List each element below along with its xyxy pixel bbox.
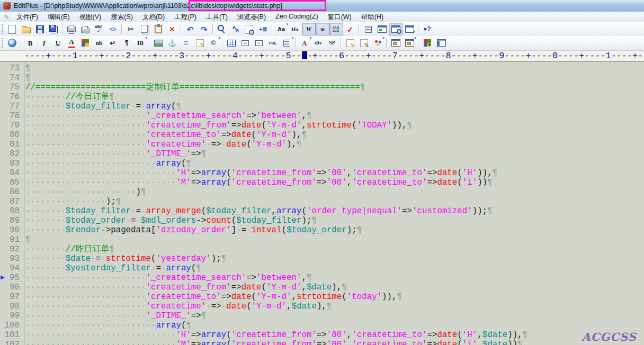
print-preview-icon[interactable] bbox=[65, 23, 78, 35]
textarea-icon[interactable] bbox=[357, 37, 371, 49]
pre-tag-icon[interactable]: PRE bbox=[266, 37, 280, 49]
undo-icon[interactable]: ↶ bbox=[183, 23, 197, 35]
code-line[interactable]: 99························'_DTIME_'=>¶ bbox=[0, 311, 644, 321]
code-line[interactable]: 84······························'H'=>arr… bbox=[0, 168, 644, 178]
goto-line-icon[interactable]: +≣ bbox=[256, 23, 270, 35]
font-tag-icon[interactable]: A bbox=[298, 37, 311, 49]
table-icon[interactable] bbox=[225, 37, 238, 49]
italic-icon[interactable]: I bbox=[37, 37, 51, 49]
special-char-icon[interactable]: © bbox=[207, 37, 220, 49]
page-layout-icon[interactable] bbox=[434, 37, 448, 49]
form-icon[interactable] bbox=[343, 37, 357, 49]
div-tag-icon[interactable]: div bbox=[311, 37, 325, 49]
table-row-icon[interactable] bbox=[238, 37, 252, 49]
menu-item-3[interactable]: 视图(V) bbox=[75, 12, 106, 22]
bold-icon[interactable]: B bbox=[23, 37, 37, 49]
anchor-icon[interactable]: ⚓ bbox=[165, 37, 179, 49]
menu-item-2[interactable]: 编辑(E) bbox=[43, 12, 75, 22]
code-line[interactable]: 87················);¶ bbox=[0, 197, 644, 206]
code-line[interactable]: 79························'createtime_fr… bbox=[0, 121, 644, 130]
code-line[interactable]: 80························'createtime_to… bbox=[0, 130, 644, 140]
edit-tag-icon[interactable] bbox=[193, 37, 207, 49]
find-icon[interactable] bbox=[215, 23, 229, 35]
form-elements-icon[interactable] bbox=[371, 37, 384, 49]
underline-icon[interactable]: U bbox=[51, 37, 65, 49]
menu-item-4[interactable]: 搜索(S) bbox=[106, 12, 138, 22]
code-line[interactable]: 76········//今日订单¶ bbox=[0, 92, 644, 102]
table-cell-icon[interactable] bbox=[252, 37, 266, 49]
syntax-check-icon[interactable]: ✓ bbox=[343, 23, 357, 35]
font-color-icon[interactable]: A bbox=[65, 37, 78, 49]
code-line[interactable]: 97························'createtime_to… bbox=[0, 292, 644, 302]
menu-item-10[interactable]: 窗口(W) bbox=[323, 12, 356, 22]
set-font-icon[interactable]: Aa bbox=[274, 23, 288, 35]
code-line[interactable]: 92········//昨日订单¶ bbox=[0, 244, 644, 254]
hr-icon[interactable]: ≡ bbox=[179, 37, 193, 49]
code-line[interactable]: 90········$render->pagedata['dztoday_ord… bbox=[0, 225, 644, 235]
document-pencil-icon[interactable]: ✎ bbox=[4, 14, 10, 21]
menu-item-11[interactable]: 帮助(H) bbox=[356, 12, 388, 22]
code-line[interactable]: 83··························array(¶ bbox=[0, 159, 644, 168]
browser-icon[interactable] bbox=[5, 37, 19, 49]
toolbar-grip[interactable] bbox=[2, 38, 3, 48]
code-line[interactable]: ▶95························'_createtime_… bbox=[0, 273, 644, 283]
find-in-files-icon[interactable] bbox=[243, 23, 256, 35]
view-source-icon[interactable]: <> bbox=[106, 23, 120, 35]
paragraph-icon[interactable]: ¶ bbox=[120, 37, 133, 49]
redo-icon[interactable]: ↷ bbox=[197, 23, 211, 35]
code-line[interactable]: 81························'createtime'·=… bbox=[0, 140, 644, 149]
frame-icon[interactable] bbox=[389, 37, 402, 49]
title-bar[interactable]: EditPlus - [D:\phpStudy\WWW\Application\… bbox=[0, 0, 644, 12]
save-all-icon[interactable] bbox=[47, 23, 60, 35]
menu-item-8[interactable]: 浏览器(B) bbox=[232, 12, 271, 22]
code-line[interactable]: 86······················)¶ bbox=[0, 187, 644, 197]
replace-icon[interactable] bbox=[229, 23, 243, 35]
code-line[interactable]: 94········$yesterday_filter·=·array(¶ bbox=[0, 264, 644, 273]
menu-item-9[interactable]: Zen Coding(Z) bbox=[271, 12, 323, 22]
code-line[interactable]: 74¶ bbox=[0, 73, 644, 83]
auto-complete-icon[interactable] bbox=[329, 23, 343, 35]
menu-item-7[interactable]: 工具(T) bbox=[201, 12, 232, 22]
code-line[interactable]: 98························'createtime'·=… bbox=[0, 302, 644, 311]
hex-viewer-icon[interactable]: Hx bbox=[288, 23, 302, 35]
delete-icon[interactable]: ✕ bbox=[165, 23, 179, 35]
editor-area[interactable]: 73¶74¶75//======================定制订单====… bbox=[0, 62, 644, 345]
word-wrap-icon[interactable]: W bbox=[302, 23, 316, 35]
code-line[interactable]: 93········$date·=·strtotime('yesterday')… bbox=[0, 254, 644, 264]
document-list-icon[interactable] bbox=[361, 23, 375, 35]
cut-icon[interactable]: ✂ bbox=[124, 23, 138, 35]
menu-item-5[interactable]: 文档(D) bbox=[138, 12, 169, 22]
heading-icon[interactable]: Hi bbox=[133, 37, 147, 49]
code-line[interactable]: 89········$today_order·=·$mdl_orders->co… bbox=[0, 216, 644, 225]
menu-item-6[interactable]: 工程(P) bbox=[169, 12, 201, 22]
nbsp-icon[interactable]: nb bbox=[92, 37, 106, 49]
line-break-icon[interactable]: ↵ bbox=[106, 37, 120, 49]
output-window-icon[interactable] bbox=[389, 23, 402, 35]
code-line[interactable]: 100··························array(¶ bbox=[0, 321, 644, 330]
code-line[interactable]: 75//======================定制订单==========… bbox=[0, 83, 644, 92]
menu-item-1[interactable]: 文件(F) bbox=[12, 12, 43, 22]
code-line[interactable]: 96························'createtime_fr… bbox=[0, 283, 644, 292]
new-file-icon[interactable] bbox=[5, 23, 19, 35]
span-tag-icon[interactable]: SP bbox=[325, 37, 339, 49]
copy-icon[interactable] bbox=[138, 23, 151, 35]
browser-window-icon[interactable] bbox=[402, 23, 416, 35]
code-line[interactable]: 77········$today_filter·=·array(¶ bbox=[0, 102, 644, 111]
code-line[interactable]: 78························'_createtime_s… bbox=[0, 111, 644, 121]
code-line[interactable]: 82························'_DTIME_'=>¶ bbox=[0, 149, 644, 159]
select-object-icon[interactable] bbox=[421, 37, 434, 49]
code-line[interactable]: 85······························'M'=>arr… bbox=[0, 178, 644, 187]
spell-check-icon[interactable] bbox=[92, 23, 106, 35]
image-icon[interactable] bbox=[151, 37, 165, 49]
print-icon[interactable] bbox=[78, 23, 92, 35]
code-line[interactable]: 101······························'H'=>ar… bbox=[0, 330, 644, 340]
code-line[interactable]: 73¶ bbox=[0, 63, 644, 73]
frameset-icon[interactable] bbox=[402, 37, 416, 49]
save-icon[interactable] bbox=[33, 23, 47, 35]
code-line[interactable]: 102······························'M'=>ar… bbox=[0, 340, 644, 345]
code-line[interactable]: 91¶ bbox=[0, 235, 644, 244]
open-file-icon[interactable] bbox=[19, 23, 33, 35]
list-tag-icon[interactable] bbox=[280, 37, 293, 49]
auto-indent-icon[interactable]: ≡ bbox=[316, 23, 329, 35]
color-picker-icon[interactable] bbox=[78, 37, 92, 49]
